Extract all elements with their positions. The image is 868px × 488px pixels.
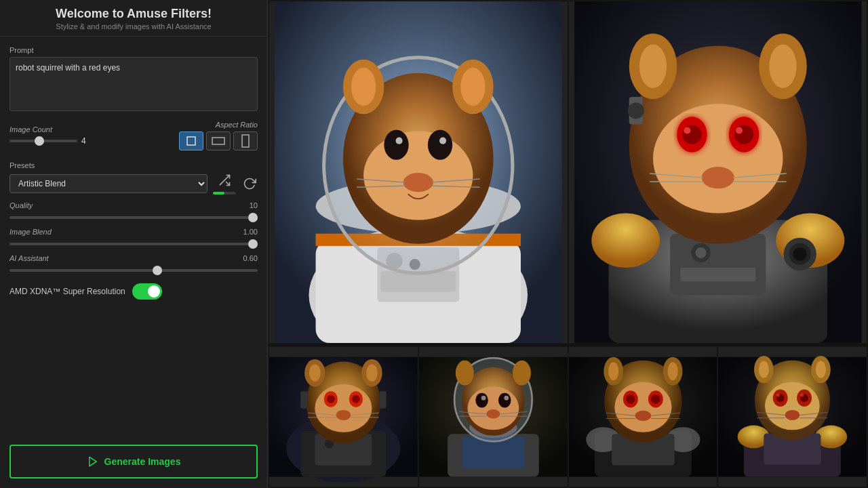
amd-label: AMD XDNA™ Super Resolution	[9, 287, 125, 296]
image-count-value: 4	[81, 136, 91, 146]
presets-label: Presets	[9, 161, 258, 169]
app-header: Welcome to Amuse Filters! Stylize & and …	[0, 0, 267, 37]
svg-point-26	[439, 138, 446, 144]
svg-point-79	[327, 395, 335, 403]
aspect-landscape-button[interactable]	[206, 131, 231, 150]
svg-point-96	[475, 393, 488, 408]
shuffle-indicator	[213, 192, 236, 195]
svg-point-71	[309, 365, 321, 382]
generate-button[interactable]: Generate Images	[9, 445, 258, 479]
svg-point-24	[428, 130, 452, 160]
svg-point-42	[793, 247, 806, 261]
thumbnail-3[interactable]	[569, 347, 717, 487]
svg-point-137	[765, 382, 820, 430]
featured-image-left[interactable]	[269, 1, 568, 343]
image-count-slider[interactable]	[9, 140, 77, 142]
presets-select[interactable]: Artistic Blend Photorealistic Sketch Oil…	[9, 174, 208, 193]
refresh-button[interactable]	[241, 176, 258, 192]
thumb-svg-2	[419, 347, 568, 487]
aspect-portrait-button[interactable]	[233, 131, 258, 150]
prompt-label: Prompt	[9, 46, 258, 54]
svg-marker-5	[89, 457, 96, 466]
svg-point-115	[667, 362, 677, 380]
svg-rect-0	[187, 137, 195, 145]
svg-point-19	[351, 68, 376, 106]
svg-point-116	[614, 382, 671, 432]
thumb-svg-3	[569, 347, 717, 487]
svg-point-121	[635, 411, 651, 421]
svg-point-38	[695, 247, 706, 258]
svg-point-21	[460, 68, 485, 106]
svg-point-95	[467, 386, 519, 430]
svg-point-144	[785, 410, 800, 420]
aspect-ratio-section: Aspect Ratio	[179, 121, 258, 150]
quality-row: Quality 10	[9, 201, 258, 221]
prompt-input[interactable]: robot squirrel with a red eyes	[9, 57, 258, 111]
ai-assistant-slider[interactable]	[9, 269, 258, 272]
svg-point-134	[759, 361, 769, 378]
svg-point-55	[735, 127, 742, 134]
image-blend-value: 1.00	[243, 228, 258, 236]
image-blend-slider[interactable]	[9, 243, 258, 245]
amd-toggle[interactable]	[132, 283, 162, 300]
generate-btn-area: Generate Images	[0, 438, 267, 488]
svg-point-56	[701, 167, 734, 188]
image-count-label: Image Count	[9, 125, 179, 134]
thumbnail-2[interactable]	[419, 347, 568, 487]
squirrel-robot-armor-svg	[569, 1, 867, 343]
svg-point-73	[366, 365, 378, 382]
svg-rect-75	[379, 391, 386, 408]
toggle-track	[132, 283, 162, 300]
ai-assistant-value: 0.60	[243, 254, 258, 262]
svg-rect-2	[242, 135, 249, 147]
count-aspect-row: Image Count 4 Aspect Ratio	[9, 121, 258, 150]
svg-rect-39	[680, 268, 755, 281]
svg-rect-74	[300, 391, 307, 408]
image-blend-row: Image Blend 1.00	[9, 228, 258, 247]
thumb-svg-1	[269, 347, 418, 487]
squirrel-astronaut-white-svg	[269, 1, 568, 343]
presets-row: Artistic Blend Photorealistic Sketch Oil…	[9, 172, 258, 195]
svg-point-27	[403, 173, 433, 192]
featured-image-right[interactable]	[569, 1, 867, 343]
amd-row: AMD XDNA™ Super Resolution	[9, 283, 258, 300]
image-blend-label: Image Blend	[9, 228, 52, 236]
thumbnail-4[interactable]	[718, 347, 867, 487]
svg-point-100	[486, 409, 500, 418]
aspect-square-button[interactable]	[179, 131, 203, 150]
ai-assistant-row: AI Assistant 0.60	[9, 254, 258, 274]
thumb-svg-4	[718, 347, 867, 487]
svg-rect-1	[212, 138, 224, 144]
app-subtitle: Stylize & and modify images with AI Assi…	[7, 22, 260, 30]
svg-point-119	[626, 394, 635, 403]
thumbnail-1[interactable]	[269, 347, 418, 487]
top-images-grid	[268, 0, 868, 344]
app-title: Welcome to Amuse Filters!	[7, 7, 260, 21]
aspect-ratio-label: Aspect Ratio	[216, 121, 258, 129]
generate-button-label: Generate Images	[104, 456, 181, 467]
toggle-thumb	[148, 285, 160, 298]
svg-point-80	[352, 395, 360, 403]
shuffle-button[interactable]	[216, 172, 233, 188]
svg-point-94	[513, 361, 531, 386]
svg-point-136	[816, 361, 826, 378]
svg-point-23	[384, 130, 408, 160]
svg-point-48	[769, 45, 796, 89]
svg-point-54	[684, 127, 690, 134]
right-panel	[268, 0, 868, 488]
bottom-thumbnails-grid	[268, 346, 868, 488]
svg-point-25	[395, 138, 402, 144]
controls-area: Prompt robot squirrel with a red eyes Im…	[0, 37, 267, 438]
quality-slider[interactable]	[9, 216, 258, 219]
quality-label: Quality	[9, 201, 33, 209]
svg-point-97	[498, 393, 511, 408]
svg-point-113	[608, 362, 618, 380]
svg-point-142	[776, 394, 780, 397]
svg-point-98	[481, 396, 486, 401]
svg-point-99	[504, 396, 509, 401]
svg-point-81	[336, 410, 351, 420]
quality-value: 10	[250, 201, 258, 209]
svg-point-93	[456, 361, 474, 386]
ai-assistant-label: AI Assistant	[9, 254, 49, 262]
image-count-section: Image Count 4	[9, 125, 179, 146]
